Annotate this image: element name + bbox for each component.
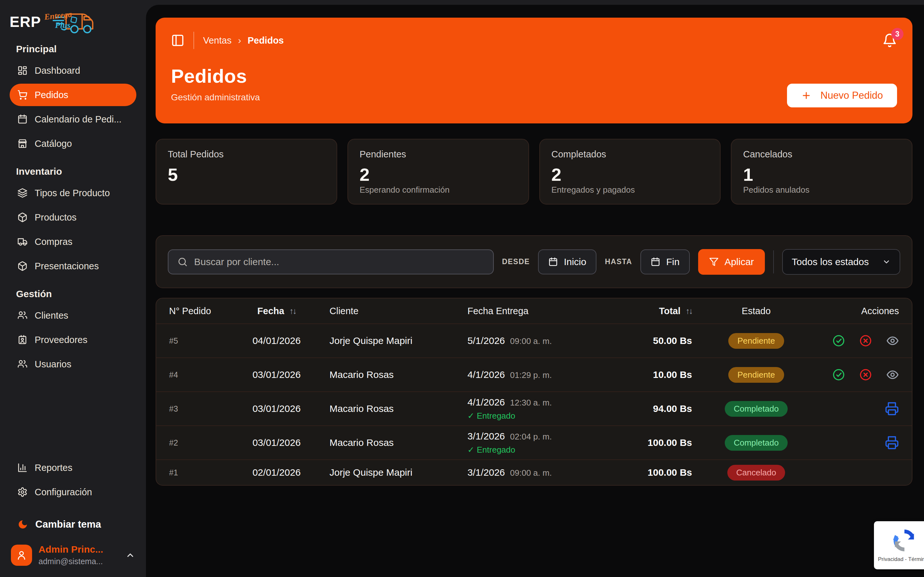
brand-truck-logo: Entrega Plus	[44, 9, 97, 35]
stat-value: 2	[551, 164, 709, 185]
delivery-time: 09:00 a. m.	[510, 336, 552, 346]
col-entrega: Fecha Entrega	[467, 306, 638, 316]
delivery-date: 4/1/2026	[467, 397, 505, 408]
order-id: #3	[169, 404, 224, 414]
sidebar-item-label: Presentaciones	[35, 261, 99, 271]
stat-value: 1	[743, 164, 900, 185]
stat-sub: Esperando confirmación	[360, 185, 517, 195]
sidebar-spacer	[10, 376, 136, 456]
sidebar-item-dashboard[interactable]: Dashboard	[10, 59, 136, 82]
calendar-icon	[651, 257, 660, 267]
print-order-icon[interactable]	[885, 436, 899, 450]
recaptcha-badge[interactable]: Privacidad - Términos	[874, 521, 924, 569]
order-total: 10.00 Bs	[638, 369, 714, 380]
cancel-order-icon[interactable]	[859, 368, 872, 381]
sidebar-item-label: Configuración	[35, 487, 92, 498]
order-client: Jorje Quispe Mapiri	[330, 467, 467, 478]
order-delivery: 5/1/202609:00 a. m.	[467, 335, 638, 346]
contact-card-icon	[17, 335, 27, 345]
brand-erp-text: ERP	[10, 13, 41, 31]
delivery-date: 3/1/2026	[467, 431, 505, 442]
sort-icon: ↑↓	[686, 306, 692, 316]
notifications-button[interactable]: 3	[882, 33, 897, 48]
sidebar-item-compras[interactable]: Compras	[10, 230, 136, 253]
sidebar-item-proveedores[interactable]: Proveedores	[10, 329, 136, 351]
fecha-fin-button[interactable]: Fin	[640, 250, 690, 274]
sidebar-item-label: Dashboard	[35, 65, 80, 76]
estado-select[interactable]: Todos los estados	[782, 249, 900, 275]
status-badge: Completado	[725, 435, 788, 451]
filter-divider	[773, 250, 774, 274]
new-order-button[interactable]: Nuevo Pedido	[787, 84, 897, 107]
cancel-order-icon[interactable]	[859, 334, 872, 347]
col-cliente: Cliente	[330, 306, 467, 316]
col-acciones: Acciones	[798, 306, 899, 316]
sidebar-section-inventario: Inventario	[16, 166, 136, 177]
sidebar-item-calendario[interactable]: Calendario de Pedi...	[10, 108, 136, 131]
stat-card-total: Total Pedidos 5	[156, 139, 337, 205]
sidebar-item-pedidos[interactable]: Pedidos	[10, 84, 136, 106]
sidebar-item-label: Productos	[35, 212, 77, 223]
confirm-order-icon[interactable]	[832, 368, 845, 381]
theme-toggle[interactable]: Cambiar tema	[10, 513, 136, 536]
order-client: Macario Rosas	[330, 403, 467, 414]
table-row: #3 03/01/2026 Macario Rosas 4/1/202612:3…	[156, 392, 912, 425]
sidebar-section-principal: Principal	[16, 44, 136, 55]
user-icon	[16, 550, 27, 561]
user-menu[interactable]: Admin Princ... admin@sistema...	[10, 544, 136, 566]
order-delivery: 3/1/202609:00 a. m.	[467, 467, 638, 478]
sort-icon: ↑↓	[289, 306, 296, 316]
order-total: 50.00 Bs	[638, 335, 714, 346]
order-total: 100.00 Bs	[638, 467, 714, 478]
brand-logo: ERP Entrega Plus	[10, 8, 136, 35]
status-badge: Completado	[725, 401, 788, 417]
sidebar-section-gestion: Gestión	[16, 288, 136, 300]
sidebar-item-catalogo[interactable]: Catálogo	[10, 132, 136, 155]
search-box	[168, 250, 494, 274]
sidebar-item-label: Reportes	[35, 463, 73, 473]
sidebar: ERP Entrega Plus	[0, 0, 146, 577]
sidebar-item-configuracion[interactable]: Configuración	[10, 481, 136, 503]
confirm-order-icon[interactable]	[832, 334, 845, 347]
sidebar-item-tipos-de-producto[interactable]: Tipos de Producto	[10, 182, 136, 204]
sidebar-toggle-icon[interactable]	[171, 34, 184, 47]
fecha-inicio-button[interactable]: Inicio	[538, 250, 596, 274]
hasta-label: HASTA	[605, 258, 632, 266]
delivery-date: 3/1/2026	[467, 467, 505, 478]
stat-value: 2	[360, 164, 517, 185]
stat-card-cancelados: Cancelados 1 Pedidos anulados	[731, 139, 913, 205]
user-email: admin@sistema...	[39, 557, 103, 566]
delivery-time: 09:00 a. m.	[510, 468, 552, 478]
view-order-icon[interactable]	[886, 368, 899, 381]
fecha-inicio-label: Inicio	[564, 256, 586, 268]
status-badge: Pendiente	[728, 367, 784, 383]
sidebar-item-label: Proveedores	[35, 335, 87, 345]
stat-label: Completados	[551, 149, 709, 160]
col-estado: Estado	[714, 306, 798, 316]
stat-label: Pendientes	[360, 149, 517, 160]
sidebar-item-label: Compras	[35, 237, 73, 247]
col-total[interactable]: Total↑↓	[638, 306, 714, 316]
view-order-icon[interactable]	[886, 334, 899, 347]
sidebar-item-reportes[interactable]: Reportes	[10, 456, 136, 479]
page-title: Pedidos	[171, 65, 897, 87]
sidebar-item-presentaciones[interactable]: Presentaciones	[10, 255, 136, 277]
print-order-icon[interactable]	[885, 402, 899, 416]
calendar-icon	[17, 114, 27, 124]
order-date: 03/01/2026	[224, 403, 330, 414]
page-header: Ventas › Pedidos 3 Pedidos Gestión admin…	[156, 18, 913, 123]
desde-label: DESDE	[502, 258, 530, 266]
sidebar-item-productos[interactable]: Productos	[10, 206, 136, 229]
sidebar-item-usuarios[interactable]: Usuarios	[10, 353, 136, 376]
user-name: Admin Princ...	[39, 544, 103, 555]
order-delivery: 4/1/202612:30 a. m. ✓ Entregado	[467, 397, 638, 421]
col-fecha[interactable]: Fecha↑↓	[224, 306, 330, 316]
delivery-time: 12:30 a. m.	[510, 398, 552, 408]
search-input[interactable]	[194, 256, 484, 268]
chevron-down-icon	[882, 258, 891, 266]
order-date: 04/01/2026	[224, 335, 330, 346]
sidebar-item-clientes[interactable]: Clientes	[10, 304, 136, 327]
apply-filter-button[interactable]: Aplicar	[698, 249, 765, 275]
stat-value: 5	[168, 164, 325, 185]
breadcrumb-ventas[interactable]: Ventas	[203, 35, 232, 46]
